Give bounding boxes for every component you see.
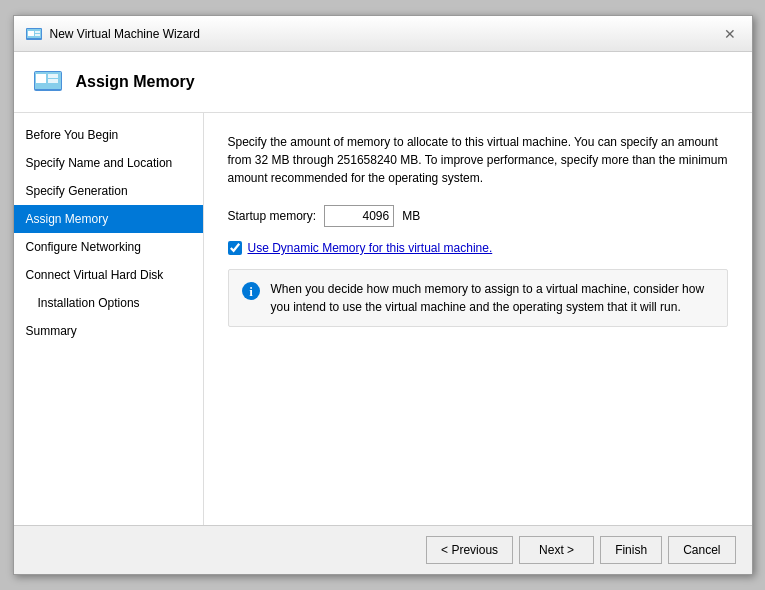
svg-rect-7 bbox=[36, 74, 46, 83]
title-bar: New Virtual Machine Wizard ✕ bbox=[14, 16, 752, 52]
left-panel: Before You Begin Specify Name and Locati… bbox=[14, 113, 204, 525]
header-title: Assign Memory bbox=[76, 73, 195, 91]
nav-item-specify-generation[interactable]: Specify Generation bbox=[14, 177, 203, 205]
next-button[interactable]: Next > bbox=[519, 536, 594, 564]
memory-label: Startup memory: bbox=[228, 209, 317, 223]
svg-rect-8 bbox=[48, 74, 58, 78]
svg-rect-4 bbox=[35, 34, 40, 36]
info-text: When you decide how much memory to assig… bbox=[271, 280, 715, 316]
info-box: i When you decide how much memory to ass… bbox=[228, 269, 728, 327]
svg-rect-3 bbox=[35, 31, 40, 33]
dialog-window: New Virtual Machine Wizard ✕ Assign Memo… bbox=[13, 15, 753, 575]
description-text: Specify the amount of memory to allocate… bbox=[228, 133, 728, 187]
footer: < Previous Next > Finish Cancel bbox=[14, 525, 752, 574]
finish-button[interactable]: Finish bbox=[600, 536, 662, 564]
right-panel: Specify the amount of memory to allocate… bbox=[204, 113, 752, 525]
title-bar-text: New Virtual Machine Wizard bbox=[50, 27, 201, 41]
close-button[interactable]: ✕ bbox=[720, 24, 740, 44]
memory-input[interactable] bbox=[324, 205, 394, 227]
content-area: Before You Begin Specify Name and Locati… bbox=[14, 113, 752, 525]
svg-text:i: i bbox=[249, 284, 253, 299]
svg-rect-2 bbox=[28, 31, 34, 36]
dynamic-memory-row: Use Dynamic Memory for this virtual mach… bbox=[228, 241, 728, 255]
title-bar-left: New Virtual Machine Wizard bbox=[26, 26, 201, 42]
nav-item-connect-vhd[interactable]: Connect Virtual Hard Disk bbox=[14, 261, 203, 289]
info-icon: i bbox=[241, 281, 261, 301]
nav-item-summary[interactable]: Summary bbox=[14, 317, 203, 345]
memory-unit: MB bbox=[402, 209, 420, 223]
dynamic-memory-label[interactable]: Use Dynamic Memory for this virtual mach… bbox=[248, 241, 493, 255]
previous-button[interactable]: < Previous bbox=[426, 536, 513, 564]
nav-item-configure-networking[interactable]: Configure Networking bbox=[14, 233, 203, 261]
nav-item-before-you-begin[interactable]: Before You Begin bbox=[14, 121, 203, 149]
memory-row: Startup memory: MB bbox=[228, 205, 728, 227]
svg-rect-9 bbox=[48, 79, 58, 83]
nav-item-installation-options[interactable]: Installation Options bbox=[14, 289, 203, 317]
nav-item-assign-memory[interactable]: Assign Memory bbox=[14, 205, 203, 233]
wizard-icon bbox=[26, 26, 42, 42]
main-content: Assign Memory Before You Begin Specify N… bbox=[14, 52, 752, 525]
header-icon bbox=[34, 68, 62, 96]
nav-item-specify-name[interactable]: Specify Name and Location bbox=[14, 149, 203, 177]
dynamic-memory-checkbox[interactable] bbox=[228, 241, 242, 255]
header-section: Assign Memory bbox=[14, 52, 752, 113]
cancel-button[interactable]: Cancel bbox=[668, 536, 735, 564]
